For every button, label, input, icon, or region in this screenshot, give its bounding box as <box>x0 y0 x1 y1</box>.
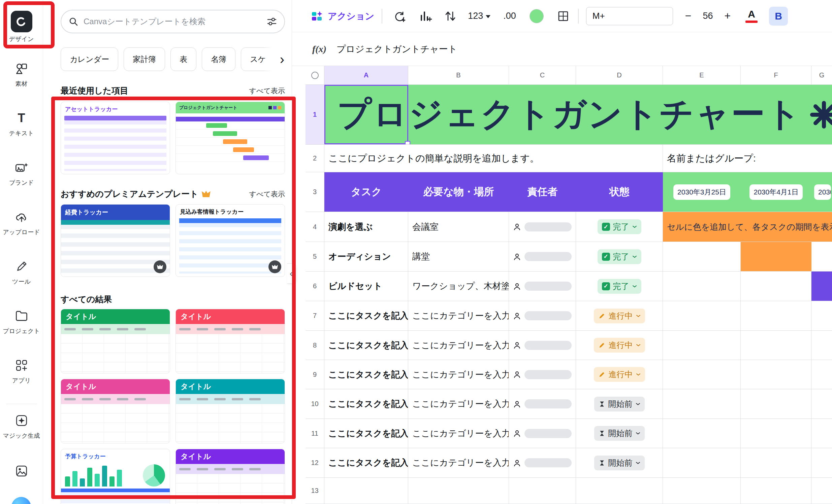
cell-gantt[interactable] <box>663 272 741 301</box>
sidebar-item-photos[interactable] <box>0 458 43 495</box>
sidebar-item-tools[interactable]: ツール <box>0 253 43 303</box>
row-header-5[interactable]: 5 <box>306 242 324 272</box>
formula-input[interactable]: プロジェクトガントチャート <box>337 43 458 55</box>
assistant-bubble[interactable] <box>11 497 31 504</box>
cell-status[interactable]: 開始前 <box>576 448 663 478</box>
cell-gantt[interactable] <box>663 360 741 389</box>
decimal-format-button[interactable]: .00 <box>503 11 516 21</box>
sidebar-item-projects[interactable]: プロジェクト <box>0 303 43 352</box>
row-header-1[interactable]: 1 <box>306 85 324 145</box>
row-header-7[interactable]: 7 <box>306 301 324 331</box>
row-header-10[interactable]: 10 <box>306 389 324 419</box>
chip-budget[interactable]: 家計簿 <box>124 48 165 71</box>
cell-header-task[interactable]: タスク <box>324 172 408 212</box>
number-format-button[interactable]: 123 <box>468 11 490 21</box>
fill-handle[interactable] <box>405 141 410 145</box>
cell-status[interactable]: 開始前 <box>576 419 663 448</box>
cell-task[interactable]: ここにタスクを記入して <box>324 360 408 389</box>
cell-gantt[interactable] <box>741 360 811 389</box>
cell-owner[interactable] <box>509 419 576 448</box>
cell-gantt[interactable] <box>663 419 741 448</box>
template-card-gantt[interactable]: プロジェクトガントチャート <box>176 102 285 174</box>
cell-empty[interactable] <box>408 478 509 504</box>
cell-place[interactable]: ここにカテゴリーを入力して <box>408 331 509 360</box>
status-badge-before[interactable]: 開始前 <box>594 455 645 470</box>
status-badge-progress[interactable]: 進行中 <box>594 309 645 323</box>
status-badge-done[interactable]: ✓ 完了 <box>598 219 641 234</box>
cell-empty[interactable] <box>741 478 811 504</box>
cell-header-status[interactable]: 状態 <box>576 172 663 212</box>
font-size-decrease[interactable]: − <box>685 10 692 22</box>
cell-gantt[interactable] <box>663 301 741 331</box>
cell-gantt-filled[interactable] <box>741 242 811 272</box>
chip-calendar[interactable]: カレンダー <box>61 48 118 71</box>
cell-note[interactable]: セルに色を追加して、各タスクの期間を表示します。 <box>663 212 832 242</box>
cell-owner[interactable] <box>509 242 576 272</box>
template-card-result[interactable]: タイトル <box>176 309 285 373</box>
cell-gantt[interactable] <box>741 389 811 419</box>
cell-owner[interactable] <box>509 331 576 360</box>
cell-date-2[interactable]: 2030年4月1日 <box>741 172 811 212</box>
cell-date-3[interactable]: 2030年 <box>811 172 832 212</box>
cell-empty[interactable] <box>509 478 576 504</box>
cell-gantt[interactable] <box>663 331 741 360</box>
status-badge-done[interactable]: ✓ 完了 <box>598 249 641 264</box>
status-badge-done[interactable]: ✓ 完了 <box>598 279 641 294</box>
column-header-e[interactable]: E <box>663 66 741 85</box>
cell-owner[interactable] <box>509 448 576 478</box>
actions-button[interactable]: アクション <box>310 9 374 23</box>
cell-gantt[interactable] <box>811 419 832 448</box>
cell-task[interactable]: オーディション <box>324 242 408 272</box>
font-family-select[interactable]: M+ <box>586 7 673 25</box>
cell-place[interactable]: ここにカテゴリーを入力して <box>408 419 509 448</box>
chip-table[interactable]: 表 <box>171 48 197 71</box>
cell-status[interactable]: ✓ 完了 <box>576 272 663 301</box>
column-header-c[interactable]: C <box>509 66 576 85</box>
cell-gantt[interactable] <box>663 448 741 478</box>
sidebar-item-brand[interactable]: ブランド <box>0 155 43 204</box>
status-badge-progress[interactable]: 進行中 <box>594 338 645 353</box>
status-badge-progress[interactable]: 進行中 <box>594 367 645 382</box>
fill-color-swatch[interactable] <box>529 9 544 23</box>
cell-owner[interactable] <box>509 212 576 242</box>
status-badge-before[interactable]: 開始前 <box>594 397 645 412</box>
cell-empty[interactable] <box>324 478 408 504</box>
sidebar-item-uploads[interactable]: アップロード <box>0 204 43 253</box>
chart-insert-icon[interactable] <box>418 9 433 24</box>
cell-status[interactable]: 進行中 <box>576 331 663 360</box>
column-header-b[interactable]: B <box>408 66 509 85</box>
cell-status[interactable]: 開始前 <box>576 389 663 419</box>
cell-gantt[interactable] <box>741 272 811 301</box>
cell-task[interactable]: ここにタスクを記入して <box>324 389 408 419</box>
cell-gantt[interactable] <box>741 331 811 360</box>
template-card-result[interactable]: タイトル <box>176 379 285 443</box>
template-card-result[interactable]: タイトル <box>176 449 285 504</box>
template-card-budget-tracker[interactable]: 予算トラッカー <box>61 449 170 504</box>
cell-status[interactable]: ✓ 完了 <box>576 242 663 272</box>
sidebar-item-text[interactable]: T テキスト <box>0 105 43 155</box>
cell-gantt[interactable] <box>811 389 832 419</box>
see-all-premium-link[interactable]: すべて表示 <box>249 189 285 199</box>
search-box[interactable] <box>61 10 285 33</box>
bold-button[interactable]: B <box>769 7 788 26</box>
row-header-11[interactable]: 11 <box>306 419 324 448</box>
row-header-4[interactable]: 4 <box>306 212 324 242</box>
column-header-a[interactable]: A <box>324 66 408 85</box>
cell-gantt[interactable] <box>741 419 811 448</box>
filter-icon[interactable] <box>267 17 277 27</box>
cell-gantt[interactable] <box>663 389 741 419</box>
cell-task[interactable]: ここにタスクを記入して <box>324 448 408 478</box>
row-header-8[interactable]: 8 <box>306 331 324 360</box>
row-header-13[interactable]: 13 <box>306 478 324 504</box>
row-header-3[interactable]: 3 <box>306 172 324 212</box>
column-header-g[interactable]: G <box>811 66 832 85</box>
template-card-expense-tracker[interactable]: 経費トラッカー <box>61 204 170 277</box>
sidebar-item-elements[interactable]: 素材 <box>0 56 43 105</box>
panel-collapse-handle[interactable]: ‹ <box>287 263 296 284</box>
cell-empty[interactable] <box>576 478 663 504</box>
cell-task[interactable]: ここにタスクを記入して <box>324 419 408 448</box>
column-header-f[interactable]: F <box>741 66 811 85</box>
select-all-button[interactable] <box>306 66 324 85</box>
cell-owner[interactable] <box>509 389 576 419</box>
template-card-result[interactable]: タイトル <box>61 309 170 373</box>
